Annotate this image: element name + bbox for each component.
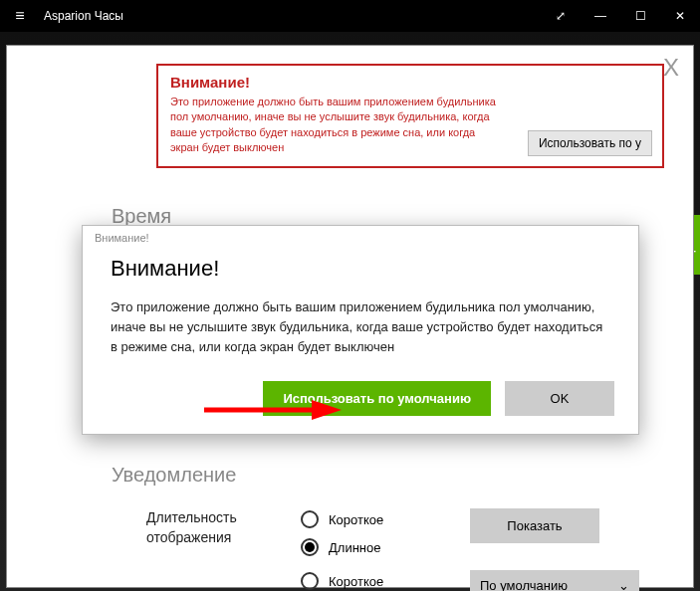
section-notification-title: Уведомление [112, 464, 236, 487]
dropdown-value: По умолчанию [480, 578, 568, 591]
maximize-button[interactable]: ☐ [620, 0, 660, 32]
settings-modal: X Внимание! Это приложение должно быть в… [6, 45, 694, 588]
notification-duration-row: Длительность отображения Короткое Длинно… [112, 498, 648, 570]
minimize-button[interactable]: — [581, 0, 620, 32]
warning-banner-title: Внимание! [170, 74, 650, 91]
warning-banner-button[interactable]: Использовать по у [528, 130, 652, 156]
radio-icon [301, 538, 319, 556]
warning-banner-text: Это приложение должно быть вашим приложе… [170, 95, 499, 156]
radio-long-label: Длинное [329, 540, 380, 555]
notification-sound-row: Короткое По умолчанию ⌄ [112, 570, 648, 591]
radio-icon [301, 510, 319, 528]
hamburger-icon[interactable]: ≡ [0, 7, 40, 25]
radio-icon [301, 572, 319, 590]
show-button[interactable]: Показать [470, 508, 599, 543]
notification-settings: Длительность отображения Короткое Длинно… [112, 498, 648, 591]
radio-short-2[interactable]: Короткое [301, 572, 470, 590]
chevron-down-icon: ⌄ [618, 578, 629, 591]
radio-short-label: Короткое [329, 512, 383, 527]
use-default-button[interactable]: Использовать по умолчанию [263, 381, 491, 416]
dialog-text: Это приложение должно быть вашим приложе… [111, 297, 610, 357]
close-icon[interactable]: X [663, 54, 679, 82]
radio-long[interactable]: Длинное [301, 538, 470, 556]
title-bar: ≡ Asparion Часы ⤢ — ☐ ✕ [0, 0, 700, 32]
dialog-caption: Внимание! [83, 226, 638, 244]
ok-button[interactable]: OK [505, 381, 614, 416]
sound-dropdown[interactable]: По умолчанию ⌄ [470, 570, 639, 591]
dialog-title: Внимание! [111, 256, 610, 282]
close-button[interactable]: ✕ [660, 0, 700, 32]
app-title: Asparion Часы [40, 9, 541, 23]
warning-banner: Внимание! Это приложение должно быть ваш… [156, 64, 664, 168]
radio-short[interactable]: Короткое [301, 510, 470, 528]
attention-dialog: Внимание! Внимание! Это приложение должн… [82, 225, 639, 435]
fullscreen-icon[interactable]: ⤢ [541, 0, 581, 32]
duration-label: Длительность отображения [146, 508, 301, 547]
radio-short-2-label: Короткое [329, 574, 383, 589]
